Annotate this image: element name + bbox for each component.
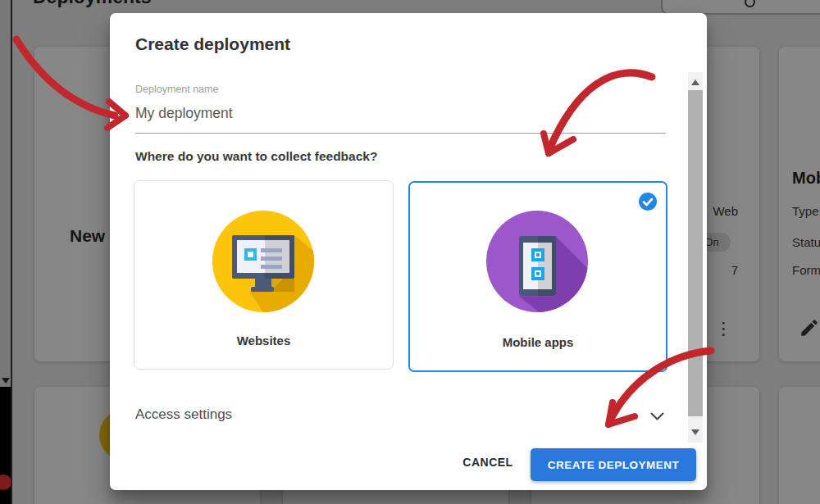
create-deployment-button[interactable]: CREATE DEPLOYMENT — [531, 448, 696, 481]
cancel-button[interactable]: CANCEL — [459, 456, 517, 474]
deployment-name-input[interactable] — [135, 98, 666, 134]
scroll-up-icon[interactable] — [691, 79, 699, 85]
option-label-websites: Websites — [134, 334, 393, 347]
create-deployment-dialog: Create deployment Deployment name Where … — [110, 13, 707, 490]
option-label-mobile-apps: Mobile apps — [410, 335, 666, 349]
mobile-apps-icon — [486, 211, 588, 312]
selected-check-icon — [639, 193, 657, 211]
option-card-websites[interactable]: Websites — [134, 180, 394, 370]
create-deployment-button-label: CREATE DEPLOYMENT — [548, 459, 680, 471]
option-card-mobile-apps[interactable]: Mobile apps — [408, 181, 667, 372]
scroll-down-icon[interactable] — [691, 429, 699, 435]
chevron-down-icon[interactable] — [650, 410, 664, 425]
scrollbar-thumb[interactable] — [688, 90, 703, 416]
feedback-question: Where do you want to collect feedback? — [135, 149, 377, 164]
dialog-title: Create deployment — [135, 34, 290, 54]
access-settings-label[interactable]: Access settings — [135, 406, 232, 423]
screen: Deployments New Web On 7 ⋮ Mobile Type S… — [0, 0, 820, 504]
deployment-name-label: Deployment name — [135, 84, 218, 95]
websites-icon — [212, 211, 314, 312]
